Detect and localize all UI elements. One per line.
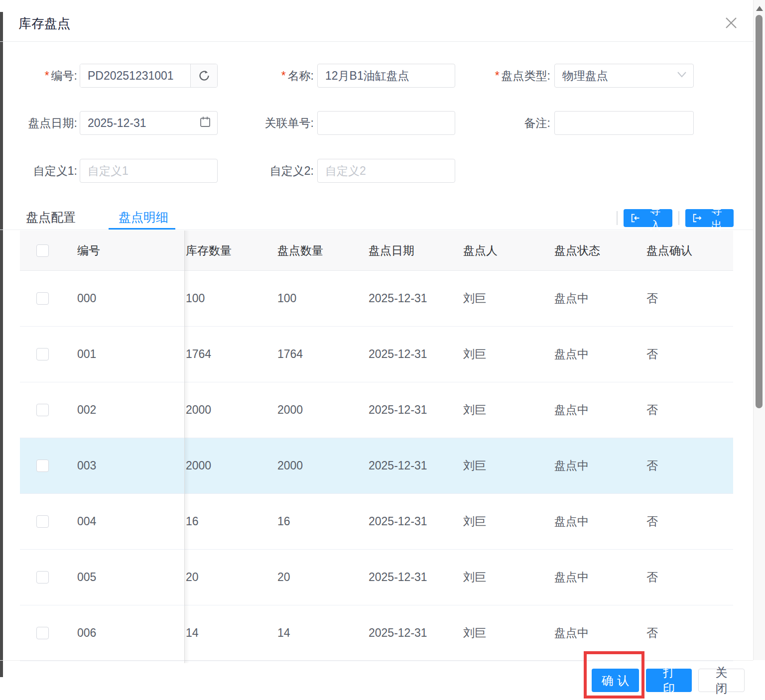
cell-stock-qty: 14 [184, 626, 276, 640]
print-button[interactable]: 打印 [646, 669, 692, 692]
confirm-button[interactable]: 确认 [592, 669, 639, 692]
toolbar-divider [617, 211, 618, 225]
cell-count-qty: 14 [276, 626, 367, 640]
col-header-code: 编号 [65, 243, 184, 258]
tabs-bottom-line [0, 230, 753, 230]
cell-code: 005 [65, 571, 184, 584]
cell-counter: 刘巨 [462, 458, 553, 473]
table-row[interactable]: 000 100 100 2025-12-31 刘巨 盘点中 否 [20, 271, 733, 327]
table-row[interactable]: 002 2000 2000 2025-12-31 刘巨 盘点中 否 [20, 382, 733, 438]
code-input[interactable] [80, 64, 190, 87]
cell-count-qty: 100 [276, 292, 367, 305]
cell-stock-qty: 16 [184, 515, 276, 528]
cell-code: 000 [65, 292, 184, 305]
cell-confirm: 否 [645, 347, 733, 362]
regenerate-code-button[interactable] [190, 64, 217, 87]
count-type-value[interactable] [554, 64, 694, 88]
count-date-label: 盘点日期: [20, 111, 77, 135]
code-field-group [80, 64, 218, 88]
scrollbar-thumb[interactable] [756, 15, 763, 408]
row-checkbox[interactable] [36, 571, 49, 583]
col-header-confirm: 盘点确认 [645, 243, 733, 258]
cell-count-qty: 2000 [276, 459, 367, 472]
col-header-status: 盘点状态 [553, 243, 645, 258]
row-checkbox[interactable] [36, 515, 49, 528]
cell-counter: 刘巨 [462, 402, 553, 418]
header-divider [0, 41, 753, 42]
custom1-field [80, 159, 218, 183]
import-button[interactable]: 导入 [624, 209, 672, 227]
cell-stock-qty: 1764 [184, 348, 276, 361]
cell-count-qty: 20 [276, 571, 367, 584]
cell-stock-qty: 2000 [184, 403, 276, 417]
cell-stock-qty: 100 [184, 292, 276, 305]
count-type-select[interactable] [554, 64, 694, 88]
table-row[interactable]: 001 1764 1764 2025-12-31 刘巨 盘点中 否 [20, 327, 733, 382]
scrollbar-up-arrow[interactable] [756, 6, 763, 11]
calendar-icon [199, 116, 211, 130]
cell-stock-qty: 2000 [184, 459, 276, 472]
cell-code: 003 [65, 459, 184, 472]
custom2-label: 自定义2: [234, 159, 314, 183]
cell-count-date: 2025-12-31 [367, 626, 462, 640]
cell-code: 004 [65, 515, 184, 528]
cell-count-qty: 2000 [276, 403, 367, 417]
remark-label: 备注: [468, 111, 550, 135]
toolbar-divider-2 [678, 211, 679, 225]
table-row[interactable]: 006 14 14 2025-12-31 刘巨 盘点中 否 [20, 605, 733, 661]
row-checkbox[interactable] [36, 627, 49, 639]
cell-confirm: 否 [645, 458, 733, 473]
tab-count-detail[interactable]: 盘点明细 [119, 209, 168, 226]
row-checkbox[interactable] [36, 292, 49, 305]
cell-count-date: 2025-12-31 [367, 292, 462, 305]
count-type-label: *盘点类型: [448, 64, 550, 88]
cell-status: 盘点中 [553, 402, 645, 418]
close-icon[interactable] [722, 14, 740, 32]
related-order-field [317, 111, 455, 135]
cell-count-date: 2025-12-31 [367, 515, 462, 528]
custom1-label: 自定义1: [20, 159, 77, 183]
refresh-icon [197, 69, 211, 83]
name-input[interactable] [317, 64, 455, 88]
col-header-counter: 盘点人 [462, 243, 553, 258]
chevron-down-icon [676, 71, 687, 80]
cell-count-qty: 1764 [276, 348, 367, 361]
remark-field [554, 111, 694, 135]
custom2-input[interactable] [317, 159, 455, 183]
cell-count-date: 2025-12-31 [367, 348, 462, 361]
cell-confirm: 否 [645, 402, 733, 418]
code-label: *编号: [20, 64, 77, 88]
cell-confirm: 否 [645, 291, 733, 306]
count-date-field[interactable] [80, 111, 218, 135]
select-all-checkbox[interactable] [36, 244, 49, 257]
cell-code: 001 [65, 348, 184, 361]
vertical-scrollbar[interactable] [753, 0, 765, 660]
table-row[interactable]: 003 2000 2000 2025-12-31 刘巨 盘点中 否 [20, 438, 733, 494]
cell-counter: 刘巨 [462, 570, 553, 585]
cell-counter: 刘巨 [462, 291, 553, 306]
cell-status: 盘点中 [553, 625, 645, 641]
close-button[interactable]: 关闭 [698, 669, 745, 692]
row-checkbox[interactable] [36, 348, 49, 360]
row-checkbox[interactable] [36, 404, 49, 416]
select-all-checkbox-cell [20, 244, 65, 257]
custom2-field [317, 159, 455, 183]
cell-count-qty: 16 [276, 515, 367, 528]
table-row[interactable]: 005 20 20 2025-12-31 刘巨 盘点中 否 [20, 550, 733, 605]
cell-status: 盘点中 [553, 458, 645, 473]
name-field [317, 64, 455, 88]
related-order-input[interactable] [317, 111, 455, 135]
custom1-input[interactable] [80, 159, 218, 183]
export-button[interactable]: 导出 [685, 209, 734, 227]
tab-count-config[interactable]: 盘点配置 [26, 209, 76, 226]
inventory-count-modal: 库存盘点 *编号: *名称: *盘点类型: 盘点日期: [0, 0, 765, 700]
modal-title: 库存盘点 [18, 15, 70, 32]
cell-code: 006 [65, 626, 184, 640]
table-row[interactable]: 004 16 16 2025-12-31 刘巨 盘点中 否 [20, 494, 733, 550]
count-date-input[interactable] [80, 111, 218, 135]
row-checkbox[interactable] [36, 460, 49, 472]
remark-input[interactable] [554, 111, 694, 135]
cell-stock-qty: 20 [184, 571, 276, 584]
cell-status: 盘点中 [553, 291, 645, 306]
table-header-row: 编号 库存数量 盘点数量 盘点日期 盘点人 盘点状态 盘点确认 [20, 231, 733, 271]
